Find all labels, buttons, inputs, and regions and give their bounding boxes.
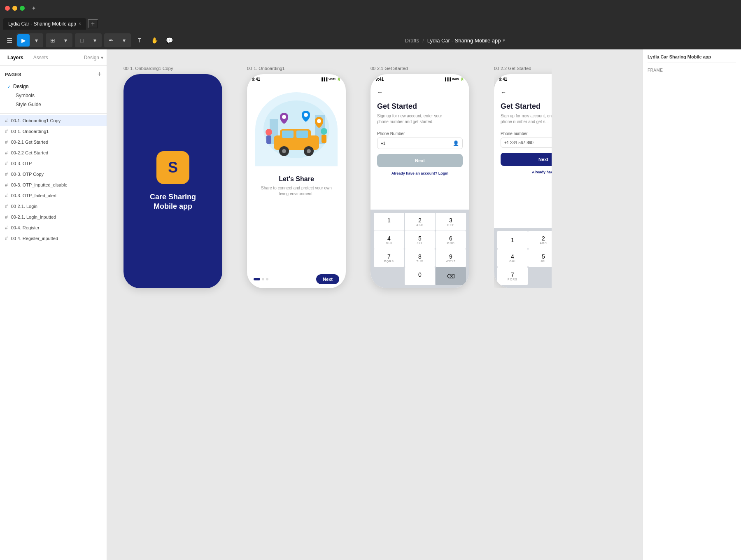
phone-input-wrapper[interactable]: +1 👤: [377, 138, 463, 149]
toolbar-center: Drafts / Lydia Car - Sharing Mobile app …: [179, 37, 731, 44]
dot-3: [266, 278, 268, 280]
num-key-2[interactable]: 2 ABC: [405, 213, 435, 231]
layer-item-1[interactable]: # 00-1. Onboarding1: [0, 126, 107, 137]
next-button-gs[interactable]: Next: [377, 154, 463, 167]
num-key-backspace[interactable]: ⌫: [436, 267, 466, 285]
num-key-2-2[interactable]: 2 ABC: [528, 231, 552, 249]
num-key-4-2[interactable]: 4 GHI: [497, 249, 528, 267]
design-section-frame: Frame: [648, 68, 736, 72]
num-key-empty: [374, 267, 404, 285]
back-arrow-icon[interactable]: ←: [377, 89, 463, 96]
num-key-8[interactable]: 8 TUV: [405, 249, 435, 267]
tab-bar: Lydia Car - Sharing Mobile app × +: [0, 16, 741, 31]
num-key-7-2[interactable]: 7 PQRS: [497, 267, 528, 285]
num-key-5-2[interactable]: 5 JKL: [528, 249, 552, 267]
next-button-ob1[interactable]: Next: [316, 274, 339, 284]
tool-group-frame: ⊞ ▾: [46, 33, 72, 47]
num-key-9[interactable]: 9 WXYZ: [436, 249, 466, 267]
minimize-button[interactable]: [12, 6, 17, 11]
svg-point-17: [317, 119, 321, 123]
sidebar-tabs: Layers Assets Design ▾: [0, 49, 107, 66]
layer-item-11[interactable]: # 00-4. Register_inputted: [0, 233, 107, 244]
tab-assets[interactable]: Assets: [29, 52, 52, 63]
frame-tool-dropdown[interactable]: ▾: [59, 34, 72, 47]
breadcrumb-current-file[interactable]: Lydia Car - Sharing Mobile app: [427, 37, 501, 44]
num-key-6[interactable]: 6 MNO: [436, 231, 466, 249]
layer-item-3[interactable]: # 00-2.2 Get Started: [0, 147, 107, 158]
active-tab[interactable]: Lydia Car - Sharing Mobile app ×: [3, 18, 86, 30]
layer-item-8[interactable]: # 00-2.1. Login: [0, 201, 107, 212]
frame-tool[interactable]: ⊞: [47, 34, 59, 47]
svg-point-15: [282, 115, 286, 119]
sidebar-tab-group: Layers Assets: [3, 52, 52, 63]
tab-close-icon[interactable]: ×: [79, 21, 81, 26]
fullscreen-button[interactable]: [20, 6, 25, 11]
select-tool[interactable]: ▶: [17, 34, 30, 47]
add-page-button[interactable]: +: [97, 70, 102, 79]
numpad: 1 2 ABC 3 DEF: [370, 210, 469, 288]
layers-section: # 00-1. Onboarding1 Copy # 00-1. Onboard…: [0, 114, 107, 560]
sidebar: Layers Assets Design ▾ PAGES + ✓ Design …: [0, 49, 107, 560]
num-key-5[interactable]: 5 JKL: [405, 231, 435, 249]
phone-number-input[interactable]: +1: [381, 141, 453, 146]
num-key-4[interactable]: 4 GHI: [374, 231, 404, 249]
new-tab-button[interactable]: +: [88, 19, 98, 28]
layer-item-10[interactable]: # 00-4. Register: [0, 222, 107, 233]
breadcrumb-separator: /: [422, 37, 424, 44]
layer-item-4[interactable]: # 00-3. OTP: [0, 158, 107, 169]
ob1-content: Let's Share Share to connect and protect…: [247, 84, 346, 270]
menu-icon[interactable]: ☰: [7, 37, 12, 44]
login-link-action[interactable]: Login: [438, 171, 449, 175]
status-icons-1: ▐▐▐ WiFi 🔋: [320, 77, 341, 81]
num-key-1[interactable]: 1: [374, 213, 404, 231]
num-key-3[interactable]: 3 DEF: [436, 213, 466, 231]
num-key-1-2[interactable]: 1: [497, 231, 528, 249]
pen-tool[interactable]: ✒: [105, 34, 117, 47]
layer-item-2[interactable]: # 00-2.1 Get Started: [0, 137, 107, 147]
svg-rect-5: [282, 131, 294, 138]
page-item-symbols[interactable]: Symbols: [5, 91, 102, 100]
frame-label-0: 00-1. Onboarding1 Copy: [124, 66, 173, 71]
tool-group-pen: ✒ ▾: [104, 33, 131, 47]
text-tool[interactable]: T: [133, 34, 146, 47]
app-name-text: Care Sharing Mobile app: [150, 192, 196, 212]
design-panel-title: Lydia Car Sharing Mobile app: [648, 54, 736, 63]
tab-layers[interactable]: Layers: [3, 52, 28, 63]
next-button-gs2[interactable]: Next: [501, 153, 552, 166]
phone-input-wrapper-2[interactable]: +1 234-567-890: [501, 138, 552, 148]
back-arrow-icon-2[interactable]: ←: [501, 89, 552, 96]
traffic-lights: [5, 6, 25, 11]
phone-number-input-2[interactable]: +1 234-567-890: [504, 140, 552, 145]
layer-item-0[interactable]: # 00-1. Onboarding1 Copy: [0, 115, 107, 126]
tab-design[interactable]: Design ▾: [84, 55, 103, 61]
car-svg: [257, 94, 336, 164]
design-panel: Lydia Car Sharing Mobile app Frame: [642, 49, 741, 560]
breadcrumb-dropdown-icon[interactable]: ▾: [503, 37, 505, 43]
page-item-styleguide[interactable]: Style Guide: [5, 100, 102, 109]
slide-desc: Share to connect and protect your own li…: [261, 185, 332, 197]
shape-tool[interactable]: □: [76, 34, 88, 47]
shape-tool-dropdown[interactable]: ▾: [89, 34, 101, 47]
svg-point-11: [266, 129, 272, 135]
get-started-screen: 9:41 ▐▐▐ WiFi 🔋 ← Get Started Sign u: [370, 74, 469, 288]
comment-tool[interactable]: 💬: [163, 34, 175, 47]
num-key-0[interactable]: 0: [405, 267, 435, 285]
onboarding-splash-screen: S Care Sharing Mobile app: [124, 74, 222, 288]
hand-tool[interactable]: ✋: [148, 34, 161, 47]
layer-item-5[interactable]: # 00-3. OTP Copy: [0, 169, 107, 180]
login-link-text-2: Already have: [501, 170, 552, 174]
pages-section: PAGES + ✓ Design Symbols Style Guide: [0, 66, 107, 114]
canvas-area[interactable]: 00-1. Onboarding1 Copy S Care Sharing Mo…: [107, 49, 642, 560]
title-bar: ✦: [0, 0, 741, 16]
page-item-design[interactable]: ✓ Design: [5, 82, 102, 91]
breadcrumb-drafts[interactable]: Drafts: [405, 37, 419, 44]
gs-subtitle: Sign up for new account, enter your phon…: [377, 113, 463, 125]
close-button[interactable]: [5, 6, 10, 11]
figma-icon: ✦: [31, 5, 36, 12]
layer-item-6[interactable]: # 00-3. OTP_inputted_disable: [0, 180, 107, 190]
num-key-7[interactable]: 7 PQRS: [374, 249, 404, 267]
pen-tool-dropdown[interactable]: ▾: [118, 34, 130, 47]
layer-item-7[interactable]: # 00-3. OTP_failed_alert: [0, 190, 107, 201]
select-tool-dropdown[interactable]: ▾: [30, 34, 42, 47]
layer-item-9[interactable]: # 00-2.1. Login_inputted: [0, 212, 107, 222]
